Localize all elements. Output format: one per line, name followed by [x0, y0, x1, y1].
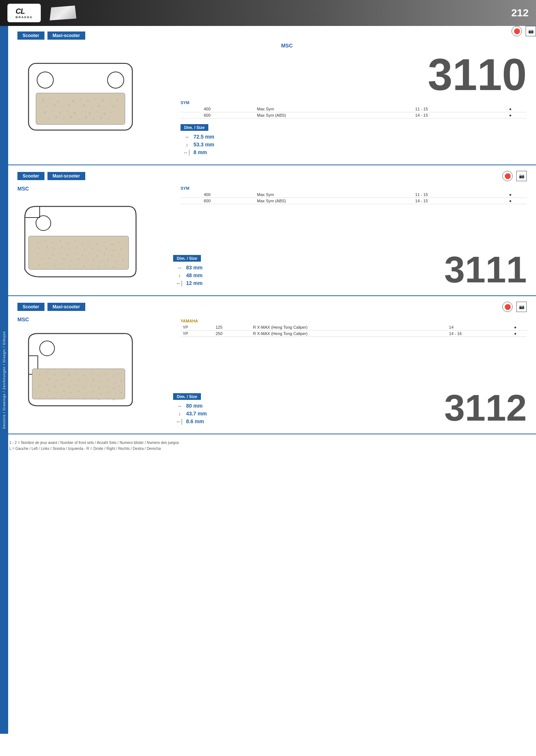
svg-point-64 — [83, 249, 85, 251]
icon-brake-1: 🛑 — [512, 26, 522, 36]
svg-point-18 — [68, 104, 70, 106]
svg-point-74 — [67, 254, 69, 256]
page-footer: 1 - 2 = Nombre de jeux avant / Number of… — [0, 434, 536, 457]
product-section-3112: Scooter Maxi-scooter 🛑 📷 MSC — [8, 296, 536, 434]
subcategory-2: MSC — [17, 186, 173, 192]
svg-point-51 — [74, 241, 76, 242]
dim-thick-val-3110: 8 mm — [193, 149, 207, 155]
svg-point-115 — [98, 375, 100, 377]
product-number-3112: 3112 — [444, 389, 527, 426]
svg-point-94 — [39, 264, 41, 266]
svg-point-1 — [37, 72, 53, 88]
svg-point-83 — [48, 258, 50, 259]
dim-height-val-3111: 48 mm — [186, 272, 202, 278]
logo-box: CL BRAKES — [7, 4, 41, 22]
category-badge-maxi-2: Maxi-scooter — [47, 172, 85, 180]
svg-point-156 — [46, 395, 48, 397]
dim-thick-row-3111: ↔│ 12 mm — [173, 280, 202, 286]
svg-point-121 — [56, 380, 57, 382]
svg-point-117 — [113, 375, 115, 377]
pad-image-area-1 — [17, 52, 173, 157]
svg-point-38 — [70, 116, 72, 118]
section-body-3111: MSC — [17, 184, 527, 288]
svg-point-60 — [54, 248, 55, 250]
dim-thick-val-3112: 8.6 mm — [186, 418, 204, 424]
svg-point-96 — [54, 265, 56, 267]
svg-point-158 — [61, 396, 63, 397]
svg-point-82 — [41, 259, 42, 260]
brand-label-3111: SYM — [181, 186, 527, 190]
svg-point-81 — [119, 254, 120, 255]
product-number-3111: 3111 — [444, 251, 527, 288]
svg-point-160 — [76, 396, 77, 398]
svg-point-159 — [69, 398, 70, 399]
svg-point-5 — [50, 98, 52, 99]
svg-point-26 — [52, 110, 53, 112]
svg-point-148 — [78, 391, 80, 392]
svg-point-124 — [78, 379, 80, 381]
svg-point-142 — [119, 386, 120, 387]
category-badge-maxi-3: Maxi-scooter — [47, 303, 85, 311]
svg-point-14 — [116, 99, 119, 101]
icon-cam-3: 📷 — [516, 302, 527, 312]
svg-point-16 — [53, 104, 56, 106]
product-section-3110: Scooter Maxi-scooter MSC — [8, 26, 536, 165]
svg-point-128 — [107, 380, 109, 382]
svg-point-57 — [119, 242, 120, 243]
svg-point-80 — [111, 255, 113, 257]
svg-point-44 — [36, 216, 51, 231]
svg-point-9 — [80, 99, 81, 100]
main-content: Scooter Maxi-scooter MSC — [8, 26, 536, 434]
svg-point-90 — [100, 261, 102, 262]
dim-height-val-3112: 43.7 mm — [186, 411, 207, 417]
svg-point-6 — [57, 100, 59, 103]
svg-point-58 — [39, 248, 40, 249]
svg-point-77 — [89, 253, 90, 255]
svg-point-71 — [44, 252, 46, 253]
svg-point-144 — [48, 390, 50, 392]
section-body-3110: 🛑 📷 3110 SYM 400 Max Sym 11 - 15 ● — [17, 52, 527, 157]
icon-brake-3: 🛑 — [502, 302, 513, 312]
svg-point-139 — [98, 387, 100, 389]
svg-point-56 — [111, 243, 113, 245]
svg-point-103 — [106, 265, 107, 266]
svg-point-145 — [56, 392, 57, 393]
pad-svg-3110 — [17, 52, 143, 141]
icon-brake-2: 🛑 — [502, 171, 513, 181]
svg-point-68 — [113, 250, 115, 251]
svg-point-112 — [76, 372, 77, 374]
svg-point-97 — [61, 263, 63, 265]
logo-text: CL — [16, 7, 33, 16]
svg-point-131 — [39, 385, 41, 387]
svg-point-72 — [52, 254, 54, 256]
header-brake-pad-image — [48, 4, 78, 22]
svg-point-110 — [61, 372, 63, 374]
table-row: 400 Max Sym 11 - 15 ● — [181, 106, 527, 112]
svg-point-36 — [55, 116, 57, 118]
svg-point-129 — [115, 382, 116, 383]
dim-height-row-3112: ↕ 43.7 mm — [173, 411, 207, 417]
dim-section-3111: Dim. / Size ↔ 83 mm ↕ 48 mm ↔│ 12 mm — [173, 255, 202, 288]
svg-point-108 — [46, 372, 48, 373]
svg-point-61 — [61, 247, 63, 249]
dim-height-row-3110: ↕ 53.3 mm — [181, 142, 527, 147]
svg-point-59 — [46, 246, 48, 248]
brand-label-3110: SYM — [181, 100, 527, 105]
svg-rect-3 — [36, 93, 125, 125]
svg-point-10 — [87, 100, 89, 102]
info-area-3112: YAMAHA YP 125 R X-MAX (Heng Tong Caliper… — [173, 315, 527, 426]
svg-point-76 — [82, 255, 83, 256]
subcategory-1: MSC — [47, 43, 527, 49]
svg-point-63 — [76, 247, 78, 249]
category-badge-scooter-3: Scooter — [17, 303, 44, 311]
logo-area: CL BRAKES — [7, 4, 78, 22]
svg-point-37 — [63, 118, 64, 119]
svg-point-69 — [120, 248, 122, 250]
svg-point-62 — [69, 249, 70, 250]
svg-rect-45 — [29, 236, 129, 269]
svg-point-24 — [113, 105, 115, 107]
svg-point-126 — [93, 379, 95, 381]
svg-point-154 — [120, 392, 122, 394]
category-badge-maxi-1: Maxi-scooter — [47, 32, 85, 40]
svg-point-49 — [59, 240, 61, 242]
